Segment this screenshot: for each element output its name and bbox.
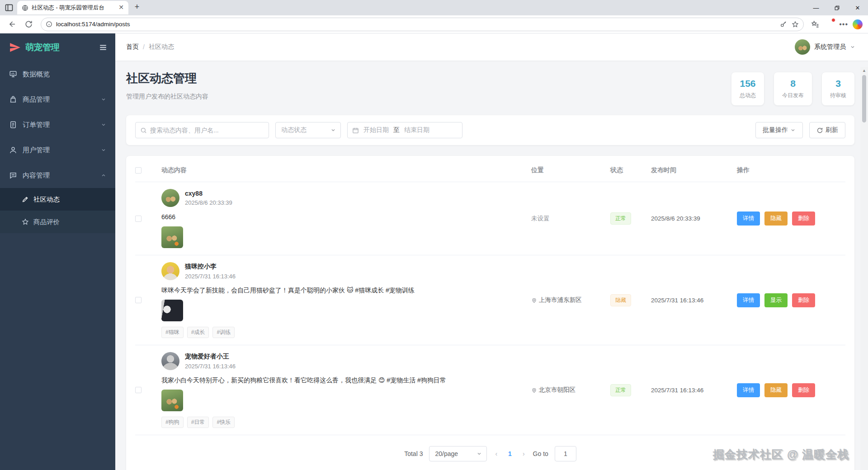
calendar-icon: [352, 127, 359, 134]
detail-button[interactable]: 详情: [737, 212, 760, 226]
date-end-placeholder: 结束日期: [404, 126, 429, 134]
sidebar-item-product-reviews[interactable]: 商品评价: [0, 211, 115, 233]
favorite-star-icon[interactable]: [792, 21, 799, 28]
post-content: 咪咪今天学会了新技能，会自己用猫砂盆了！真是个聪明的小家伙 🐱 #猫咪成长 #宠…: [161, 286, 520, 295]
tab-actions-icon[interactable]: [5, 3, 14, 12]
back-button[interactable]: [5, 18, 19, 31]
sidebar-item-orders[interactable]: 订单管理: [0, 112, 115, 137]
chevron-up-icon: [101, 173, 106, 178]
refresh-list-button[interactable]: 刷新: [809, 122, 845, 138]
breadcrumb-home[interactable]: 首页: [126, 43, 139, 51]
hide-button[interactable]: 隐藏: [764, 383, 788, 397]
chat-icon: [9, 171, 17, 179]
page-number[interactable]: 1: [505, 450, 514, 457]
username: 猫咪控小李: [185, 263, 236, 271]
row-checkbox[interactable]: [135, 387, 142, 393]
avatar: [795, 39, 810, 55]
dashboard-icon: [9, 70, 17, 78]
row-checkbox[interactable]: [135, 216, 142, 222]
post-tag: #狗狗: [161, 417, 184, 428]
site-info-icon[interactable]: [46, 21, 52, 28]
menu-fold-icon[interactable]: [99, 43, 107, 52]
location-cell: 未设置: [531, 215, 610, 223]
show-button[interactable]: 显示: [764, 293, 788, 307]
post-image[interactable]: [161, 300, 183, 321]
post-tag: #训练: [212, 327, 235, 338]
browser-menu-icon[interactable]: •••: [839, 20, 848, 28]
breadcrumb-current: 社区动态: [149, 43, 174, 51]
breadcrumb: 首页 / 社区动态: [126, 43, 174, 51]
sidebar-item-dashboard[interactable]: 数据概览: [0, 61, 115, 87]
next-page-button[interactable]: ›: [521, 450, 527, 457]
delete-button[interactable]: 删除: [792, 383, 815, 397]
url-text[interactable]: localhost:5174/admin/posts: [56, 21, 776, 28]
chevron-down-icon: [790, 127, 796, 133]
globe-icon: [22, 5, 28, 11]
publish-time: 2025/7/31 16:13:46: [651, 297, 737, 304]
post-image[interactable]: [161, 390, 183, 411]
chevron-down-icon: [101, 147, 106, 153]
tab-close-icon[interactable]: ✕: [118, 4, 125, 11]
window-close-button[interactable]: ✕: [847, 0, 868, 15]
page-size-select[interactable]: 20/page: [429, 446, 487, 461]
browser-profile-avatar[interactable]: [824, 19, 835, 30]
status-badge: 隐藏: [610, 294, 631, 306]
avatar: [161, 262, 179, 280]
delete-button[interactable]: 删除: [792, 212, 815, 226]
sidebar-item-content[interactable]: 内容管理: [0, 163, 115, 188]
chevron-down-icon: [101, 122, 106, 127]
stat-card-total: 156 总动态: [731, 72, 764, 105]
date-start-placeholder: 开始日期: [363, 126, 389, 134]
post-content: 6666: [161, 212, 520, 222]
status-select[interactable]: 动态状态: [275, 122, 341, 138]
location-cell: 北京市朝阳区: [531, 386, 610, 394]
row-checkbox[interactable]: [135, 297, 142, 303]
logo-text: 萌宠管理: [25, 42, 94, 53]
sidebar-item-community-posts[interactable]: 社区动态: [0, 188, 115, 211]
detail-button[interactable]: 详情: [737, 293, 760, 307]
table-header: 动态内容 位置 状态 发布时间 操作: [135, 159, 845, 182]
sidebar: 萌宠管理 数据概览 商品管理 订单管理: [0, 33, 115, 470]
tab-title: 社区动态 - 萌宠乐园管理后台: [32, 4, 114, 12]
user-menu[interactable]: 系统管理员: [795, 39, 855, 55]
favorites-bar-icon[interactable]: [811, 20, 819, 28]
refresh-button[interactable]: [22, 18, 35, 31]
page-scrollbar[interactable]: ▲ ▼: [860, 67, 868, 470]
select-all-checkbox[interactable]: [135, 167, 142, 174]
scroll-up-icon[interactable]: ▲: [862, 67, 866, 74]
username: cxy88: [185, 190, 232, 197]
delete-button[interactable]: 删除: [792, 293, 815, 307]
new-tab-button[interactable]: +: [131, 1, 143, 13]
scrollbar-thumb[interactable]: [862, 75, 866, 122]
copilot-icon[interactable]: [853, 19, 863, 29]
sidebar-item-products[interactable]: 商品管理: [0, 87, 115, 112]
page-subtitle: 管理用户发布的社区动态内容: [126, 93, 208, 101]
sidebar-item-users[interactable]: 用户管理: [0, 137, 115, 163]
window-restore-button[interactable]: [826, 0, 847, 15]
pen-icon: [22, 196, 29, 203]
posts-table: 动态内容 位置 状态 发布时间 操作 cxy88 2025/8/6 2: [126, 156, 854, 470]
batch-actions-button[interactable]: 批量操作: [755, 122, 803, 138]
goto-page-input[interactable]: [555, 446, 576, 461]
detail-button[interactable]: 详情: [737, 383, 760, 397]
user-icon: [9, 146, 17, 154]
post-tag: #猫咪: [161, 327, 184, 338]
url-field[interactable]: localhost:5174/admin/posts: [41, 18, 804, 31]
password-key-icon[interactable]: [780, 21, 787, 28]
document-icon: [9, 121, 17, 129]
topbar: 首页 / 社区动态 系统管理员: [115, 33, 868, 61]
chevron-down-icon: [101, 97, 106, 102]
post-content: 我家小白今天特别开心，新买的狗粮它很喜欢！看它吃得这么香，我也很满足 😊 #宠物…: [161, 376, 520, 385]
prev-page-button[interactable]: ‹: [493, 450, 499, 457]
date-range-picker[interactable]: 开始日期 至 结束日期: [347, 122, 462, 138]
post-image[interactable]: [161, 226, 183, 248]
avatar: [161, 352, 179, 370]
browser-tab[interactable]: 社区动态 - 萌宠乐园管理后台 ✕: [17, 1, 128, 14]
filter-bar: 动态状态 开始日期 至 结束日期 批量操作: [126, 115, 854, 145]
tab-strip: 社区动态 - 萌宠乐园管理后台 ✕ + — ✕: [0, 0, 868, 15]
post-tag: #成长: [187, 327, 209, 338]
chevron-down-icon: [330, 127, 336, 133]
search-input[interactable]: [150, 127, 264, 134]
hide-button[interactable]: 隐藏: [764, 212, 788, 226]
window-minimize-button[interactable]: —: [806, 0, 826, 15]
